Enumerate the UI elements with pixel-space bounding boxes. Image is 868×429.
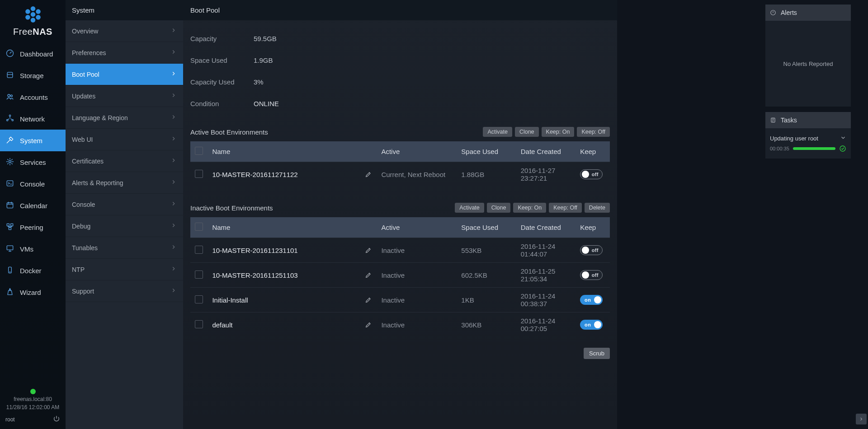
scrub-button[interactable]: Scrub — [584, 348, 610, 359]
active-activate-button[interactable]: Activate — [483, 127, 512, 137]
subnav-item-web-ui[interactable]: Web UI — [66, 129, 183, 150]
subnav-item-label: Tunables — [72, 244, 98, 252]
prop-key: Capacity — [190, 35, 254, 42]
col-head-space-used[interactable]: Space Used — [457, 141, 516, 162]
col-head-keep[interactable]: Keep — [576, 141, 610, 162]
active-env-table: NameActiveSpace UsedDate CreatedKeep 10-… — [190, 141, 610, 187]
subnav-item-debug[interactable]: Debug — [66, 215, 183, 237]
svg-point-9 — [8, 94, 10, 97]
table-row: 10-MASTER-201611231101 Inactive 553KB 20… — [190, 238, 610, 263]
edit-icon[interactable] — [365, 271, 372, 279]
row-checkbox[interactable] — [190, 288, 208, 312]
svg-point-22 — [10, 271, 10, 272]
active-keep-off-button[interactable]: Keep: Off — [577, 127, 610, 137]
chevron-down-icon[interactable] — [840, 135, 846, 142]
nav-item-services[interactable]: Services — [0, 151, 66, 173]
row-space: 306KB — [457, 312, 516, 337]
edit-icon[interactable] — [365, 321, 372, 328]
nav-item-label: Accounts — [20, 93, 48, 101]
col-head-active[interactable]: Active — [377, 217, 457, 238]
svg-rect-20 — [7, 246, 13, 250]
system-icon — [5, 135, 14, 146]
row-checkbox[interactable] — [190, 162, 208, 187]
nav-item-accounts[interactable]: Accounts — [0, 86, 66, 108]
nav-item-peering[interactable]: Peering — [0, 216, 66, 238]
nav-item-label: Storage — [20, 72, 44, 79]
inactive-keep-on-button[interactable]: Keep: On — [513, 203, 546, 213]
prop-value: 59.5GB — [254, 35, 277, 42]
chevron-right-icon — [170, 114, 177, 121]
connection-status-indicator — [30, 389, 36, 394]
row-keep: on — [576, 288, 610, 312]
nav-item-console[interactable]: Console — [0, 173, 66, 195]
inactive-keep-off-button[interactable]: Keep: Off — [549, 203, 582, 213]
col-head-name[interactable]: Name — [208, 141, 377, 162]
nav-footer: freenas.local:80 11/28/16 12:02:00 AM ro… — [0, 385, 66, 429]
subnav-item-console[interactable]: Console — [66, 194, 183, 215]
active-keep-on-button[interactable]: Keep: On — [542, 127, 575, 137]
subnav-item-support[interactable]: Support — [66, 280, 183, 302]
subnav-item-boot-pool[interactable]: Boot Pool — [66, 64, 183, 85]
nav-item-docker[interactable]: Docker — [0, 260, 66, 281]
subnav-item-label: Debug — [72, 223, 90, 230]
col-head-checkbox[interactable] — [190, 141, 208, 162]
keep-toggle[interactable]: off — [580, 270, 603, 280]
nav-item-storage[interactable]: Storage — [0, 65, 66, 86]
nav-item-calendar[interactable]: Calendar — [0, 195, 66, 216]
subnav-item-label: Web UI — [72, 136, 93, 143]
row-checkbox[interactable] — [190, 238, 208, 263]
nav-item-dashboard[interactable]: Dashboard — [0, 43, 66, 65]
inactive-clone-button[interactable]: Clone — [487, 203, 511, 213]
col-head-name[interactable]: Name — [208, 217, 377, 238]
subnav-item-tunables[interactable]: Tunables — [66, 237, 183, 259]
subnav-item-language-region[interactable]: Language & Region — [66, 107, 183, 129]
prop-value: 3% — [254, 78, 264, 86]
keep-toggle[interactable]: off — [580, 245, 603, 255]
subnav-item-label: NTP — [72, 266, 85, 273]
nav-item-network[interactable]: Network — [0, 108, 66, 130]
table-row: Initial-Install Inactive 1KB 2016-11-24 … — [190, 288, 610, 312]
vms-icon — [5, 244, 14, 254]
current-user: root — [5, 416, 15, 423]
subnav-item-certificates[interactable]: Certificates — [66, 150, 183, 172]
subnav-item-alerts-reporting[interactable]: Alerts & Reporting — [66, 172, 183, 194]
row-checkbox[interactable] — [190, 312, 208, 337]
row-date: 2016-11-25 21:05:34 — [516, 263, 576, 288]
keep-toggle[interactable]: on — [580, 320, 603, 330]
keep-toggle[interactable]: on — [580, 295, 603, 305]
row-active: Inactive — [377, 288, 457, 312]
col-head-checkbox[interactable] — [190, 217, 208, 238]
col-head-date-created[interactable]: Date Created — [516, 217, 576, 238]
subnav-item-ntp[interactable]: NTP — [66, 259, 183, 280]
inactive-activate-button[interactable]: Activate — [455, 203, 484, 213]
collapse-right-button[interactable] — [856, 414, 867, 424]
brand-name: FreeNAS — [13, 27, 52, 37]
col-head-date-created[interactable]: Date Created — [516, 141, 576, 162]
nav-item-vms[interactable]: VMs — [0, 238, 66, 260]
subnav-item-updates[interactable]: Updates — [66, 85, 183, 107]
docker-icon — [5, 266, 14, 276]
subnav-item-label: Certificates — [72, 158, 104, 165]
inactive-delete-button[interactable]: Delete — [585, 203, 610, 213]
power-icon[interactable] — [53, 415, 60, 424]
edit-icon[interactable] — [365, 296, 372, 303]
nav-item-system[interactable]: System — [0, 130, 66, 151]
col-head-keep[interactable]: Keep — [576, 217, 610, 238]
row-checkbox[interactable] — [190, 263, 208, 288]
edit-icon[interactable] — [365, 171, 372, 178]
page-title: Boot Pool — [183, 0, 617, 20]
chevron-right-icon — [170, 179, 177, 187]
nav-item-wizard[interactable]: Wizard — [0, 281, 66, 303]
edit-icon[interactable] — [365, 247, 372, 254]
svg-point-5 — [36, 15, 41, 20]
peering-icon — [5, 222, 14, 233]
alerts-empty-text: No Alerts Reported — [783, 61, 833, 67]
active-clone-button[interactable]: Clone — [515, 127, 539, 137]
col-head-space-used[interactable]: Space Used — [457, 217, 516, 238]
subnav-item-preferences[interactable]: Preferences — [66, 42, 183, 64]
subnav-item-overview[interactable]: Overview — [66, 20, 183, 42]
col-head-active[interactable]: Active — [377, 141, 457, 162]
app-root: FreeNAS DashboardStorageAccountsNetworkS… — [0, 0, 868, 429]
keep-toggle[interactable]: off — [580, 169, 603, 179]
chevron-right-icon — [170, 266, 177, 273]
